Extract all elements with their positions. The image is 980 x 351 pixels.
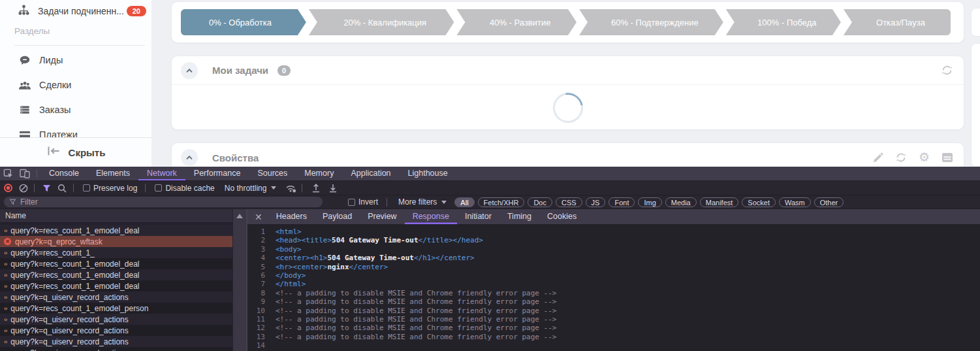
filter-chip-other[interactable]: Other (814, 197, 844, 207)
network-request-row[interactable]: ‹›query?k=q_uiserv_record_actions (0, 325, 232, 336)
clear-icon[interactable] (19, 184, 28, 193)
devtools-filter-row: Invert More filters AllFetch/XHRDocCSSJS… (0, 195, 980, 209)
filter-chip-media[interactable]: Media (665, 197, 697, 207)
disable-cache-label: Disable cache (165, 184, 214, 193)
collapse-properties-button[interactable] (181, 149, 198, 166)
sidebar-item-сделки[interactable]: Сделки (0, 73, 151, 97)
scroll-up-icon[interactable] (236, 214, 243, 218)
request-code-icon: ‹› (4, 282, 7, 290)
sidebar-collapse-button[interactable]: Скрыть (0, 138, 151, 167)
network-request-row[interactable]: ‹›query?k=q_uiserv_record_actions (0, 314, 232, 325)
filter-chip-doc[interactable]: Doc (528, 197, 552, 207)
devtools-tab-lighthouse[interactable]: Lighthouse (400, 167, 456, 180)
sidebar-item-заказы[interactable]: Заказы (0, 97, 151, 122)
sidebar-item-платежи[interactable]: Платежи (0, 122, 151, 137)
network-request-row[interactable]: ‹›query?k=recs_count_1_emodel_person (0, 303, 232, 314)
preserve-log-checkbox[interactable] (83, 184, 90, 192)
devtools-panels: Name ‹›query?k=recs_count_1_emodel_deal✕… (0, 209, 980, 351)
separator (302, 184, 302, 192)
devtools-tab-network[interactable]: Network (138, 167, 185, 180)
screen: Задачи подчиненн... 20 Разделы ЛидыСделк… (0, 0, 980, 351)
filter-chip-fetch-xhr[interactable]: Fetch/XHR (478, 197, 525, 207)
import-har-icon[interactable] (311, 183, 321, 193)
refresh-icon[interactable] (941, 64, 953, 76)
filter-input-pill (4, 197, 323, 207)
pipeline-stage-отказ-пауза[interactable]: Отказ/Пауза (844, 9, 951, 35)
filter-input[interactable] (20, 197, 317, 207)
pipeline-stage-40-развитие[interactable]: 40% - Развитие (456, 9, 577, 35)
code-line: 6</body> (247, 271, 980, 280)
devtools-tab-memory[interactable]: Memory (296, 167, 342, 180)
filter-funnel-icon[interactable] (42, 184, 51, 192)
device-toolbar-icon[interactable] (20, 169, 30, 178)
code-line: 4<center><h1>504 Gateway Time-out</h1></… (247, 254, 980, 262)
invert-checkbox[interactable] (348, 199, 355, 206)
code-segment: <head><title> (276, 236, 332, 244)
detail-tab-headers[interactable]: Headers (268, 209, 315, 224)
code-text: </html> (276, 280, 306, 288)
filter-chip-socket[interactable]: Socket (742, 197, 776, 207)
sidebar-item-subordinate-tasks[interactable]: Задачи подчиненн... 20 (0, 1, 146, 21)
filter-chip-all[interactable]: All (454, 197, 474, 207)
pipeline-stage-100-победа[interactable]: 100% - Победа (726, 9, 841, 35)
sidebar-item-лиды[interactable]: Лиды (0, 48, 151, 73)
network-request-row[interactable]: ‹›query?k=recs_count_1_emodel_deal (0, 225, 232, 236)
list-menu-icon[interactable] (941, 152, 953, 163)
devtools-tab-elements[interactable]: Elements (87, 167, 138, 180)
request-name: query?k=recs_count_1_emodel_deal (10, 282, 139, 291)
code-segment: 504 Gateway Time-out (332, 236, 418, 244)
close-icon[interactable]: ✕ (255, 212, 262, 222)
request-name: query?k=recs_count_1_emodel_deal (10, 226, 139, 235)
line-number: 4 (247, 254, 265, 262)
pipeline-stage-0-обработка[interactable]: 0% - Обработка (181, 9, 306, 35)
network-conditions-icon[interactable] (285, 184, 296, 193)
network-request-row[interactable]: ‹›query?k=q_uiserv_record_actions (0, 292, 232, 303)
devtools-tab-performance[interactable]: Performance (185, 167, 249, 180)
detail-tab-initiator[interactable]: Initiator (457, 209, 499, 224)
collapse-tasks-button[interactable] (181, 62, 198, 79)
list-scrollbar[interactable] (232, 209, 246, 351)
detail-tab-cookies[interactable]: Cookies (539, 209, 584, 224)
network-request-row[interactable]: ‹›query?k=q_uiserv_record_actions (0, 347, 232, 351)
network-request-row[interactable]: ‹›query?k=q_uiserv_record_actions (0, 336, 232, 347)
export-har-icon[interactable] (328, 183, 338, 193)
record-icon[interactable] (4, 184, 12, 192)
detail-tab-response[interactable]: Response (405, 209, 457, 224)
devtools-tab-application[interactable]: Application (342, 167, 399, 180)
filter-chip-css[interactable]: CSS (556, 197, 582, 207)
pipeline-stage-60-подтверждение[interactable]: 60% - Подтверждение (579, 9, 723, 35)
request-name: query?k=q_uiserv_record_actions (10, 315, 128, 324)
detail-tab-preview[interactable]: Preview (360, 209, 404, 224)
more-filters-button[interactable]: More filters (398, 197, 437, 207)
properties-header: Свойства ⚙ (172, 143, 964, 167)
detail-tab-timing[interactable]: Timing (499, 209, 539, 224)
network-request-row[interactable]: ✕query?k=q_eproc_wftask (0, 236, 232, 247)
request-code-icon: ‹› (4, 338, 7, 345)
search-icon[interactable] (57, 184, 67, 193)
network-list-header[interactable]: Name (0, 209, 246, 223)
inspect-element-icon[interactable] (3, 169, 13, 178)
filter-chip-wasm[interactable]: Wasm (779, 197, 811, 207)
network-request-row[interactable]: ‹›query?k=recs_count_1_emodel_deal (0, 269, 232, 280)
devtools-tab-sources[interactable]: Sources (249, 167, 296, 180)
network-request-row[interactable]: ‹›query?k=recs_count_1_emodel_deal (0, 280, 232, 292)
separator (37, 169, 37, 178)
gear-icon[interactable]: ⚙ (919, 152, 930, 163)
filter-chip-img[interactable]: Img (638, 197, 661, 207)
my-tasks-card: Мои задачи 0 (171, 56, 964, 130)
throttling-select[interactable]: No throttling (225, 184, 267, 193)
network-request-row[interactable]: ‹›query?k=recs_count_1_ (0, 247, 232, 258)
filter-chip-font[interactable]: Font (609, 197, 635, 207)
my-tasks-header: Мои задачи 0 (172, 56, 964, 85)
filter-chip-manifest[interactable]: Manifest (700, 197, 739, 207)
devtools-tab-console[interactable]: Console (40, 167, 87, 180)
network-request-row[interactable]: ‹›query?k=recs_count_1_emodel_deal (0, 258, 232, 269)
filter-chip-js[interactable]: JS (586, 197, 606, 207)
pipeline-stage-20-квалификация[interactable]: 20% - Квалификация (309, 9, 454, 35)
disable-cache-checkbox[interactable] (155, 184, 162, 192)
code-text: <!-- a padding to disable MSIE and Chrom… (276, 307, 556, 315)
detail-tab-payload[interactable]: Payload (315, 209, 360, 224)
chevron-down-icon (441, 201, 447, 204)
pencil-icon[interactable] (872, 152, 883, 163)
refresh-icon[interactable] (895, 152, 907, 163)
